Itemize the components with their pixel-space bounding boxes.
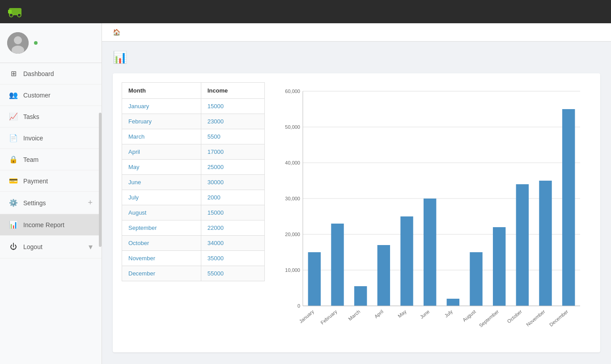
table-header-month: Month (122, 83, 201, 99)
table-row: July 2000 (122, 190, 265, 205)
svg-point-3 (17, 13, 21, 17)
svg-text:0: 0 (297, 303, 300, 309)
sidebar-item-tasks[interactable]: 📈 Tasks (0, 106, 102, 127)
page-header: 📊 (102, 42, 611, 69)
top-header (0, 0, 611, 23)
svg-text:10,000: 10,000 (285, 267, 300, 273)
bar-april (378, 245, 390, 306)
table-cell-month: August (122, 205, 201, 220)
table-cell-month: November (122, 251, 201, 266)
svg-text:60,000: 60,000 (285, 89, 300, 94)
bar-may (400, 216, 413, 306)
report-inner: Month Income January 15000 February 2300… (122, 82, 591, 343)
logout-icon: ⏻ (9, 243, 18, 251)
sidebar-item-label: Tasks (23, 113, 93, 120)
table-cell-income: 23000 (201, 114, 264, 129)
table-cell-income: 2000 (201, 190, 264, 205)
svg-rect-4 (8, 10, 12, 13)
avatar (7, 32, 29, 54)
sidebar-item-income-report[interactable]: 📊 Income Report (0, 214, 102, 236)
settings-plus-icon: + (88, 198, 93, 207)
sidebar-item-logout[interactable]: ⏻ Logout ▾ (0, 236, 102, 258)
breadcrumb: 🏠 (102, 23, 611, 42)
table-cell-month: September (122, 220, 201, 236)
svg-text:October: October (506, 309, 523, 324)
svg-text:November: November (525, 309, 546, 327)
svg-text:June: June (419, 309, 430, 320)
settings-icon: ⚙️ (9, 199, 18, 207)
income-report-icon: 📊 (9, 220, 18, 229)
svg-text:May: May (397, 309, 407, 319)
svg-text:30,000: 30,000 (285, 196, 300, 201)
status-dot (34, 41, 38, 45)
bar-october (516, 184, 529, 306)
table-row: May 25000 (122, 160, 265, 175)
table-cell-month: October (122, 236, 201, 251)
user-info (34, 41, 39, 45)
table-cell-income: 55000 (201, 266, 264, 281)
sidebar: ⊞ Dashboard 👥 Customer 📈 Tasks 📄 Invoice… (0, 23, 102, 364)
svg-text:April: April (373, 309, 385, 319)
sidebar-item-settings[interactable]: ⚙️ Settings + (0, 192, 102, 214)
sidebar-item-label: Customer (23, 92, 93, 99)
sidebar-item-label: Dashboard (23, 70, 93, 77)
page-title: 📊 (113, 51, 600, 64)
table-cell-income: 25000 (201, 160, 264, 175)
table-cell-income: 5500 (201, 129, 264, 144)
breadcrumb-home-icon[interactable]: 🏠 (113, 29, 120, 36)
table-row: February 23000 (122, 114, 265, 129)
page-title-icon: 📊 (113, 51, 127, 64)
sidebar-item-dashboard[interactable]: ⊞ Dashboard (0, 63, 102, 85)
table-cell-income: 15000 (201, 99, 264, 114)
bar-september (493, 227, 505, 306)
sidebar-item-customer[interactable]: 👥 Customer (0, 85, 102, 106)
bar-august (470, 252, 482, 306)
table-row: November 35000 (122, 251, 265, 266)
invoice-icon: 📄 (9, 134, 18, 142)
table-cell-month: December (122, 266, 201, 281)
table-row: June 30000 (122, 175, 265, 190)
table-cell-month: May (122, 160, 201, 175)
sidebar-item-label: Settings (23, 199, 82, 207)
user-status (34, 41, 39, 45)
table-cell-month: July (122, 190, 201, 205)
table-row: September 22000 (122, 220, 265, 236)
sidebar-item-invoice[interactable]: 📄 Invoice (0, 127, 102, 149)
table-cell-income: 22000 (201, 220, 264, 236)
sidebar-scrollbar[interactable] (99, 113, 102, 247)
table-cell-income: 35000 (201, 251, 264, 266)
bar-january (308, 252, 321, 306)
table-cell-income: 30000 (201, 175, 264, 190)
sidebar-item-label: Invoice (23, 135, 93, 142)
sidebar-item-label: Income Report (23, 221, 93, 229)
bar-december (562, 109, 575, 306)
table-cell-income: 15000 (201, 205, 264, 220)
sidebar-item-label: Payment (23, 178, 93, 185)
table-cell-month: January (122, 99, 201, 114)
svg-text:January: January (298, 309, 315, 324)
sidebar-item-team[interactable]: 🔒 Team (0, 149, 102, 170)
chart-area: 010,00020,00030,00040,00050,00060,000Jan… (274, 82, 591, 343)
main-content: 🏠 📊 Month Income (102, 23, 611, 364)
team-icon: 🔒 (9, 155, 18, 164)
table-cell-income: 17000 (201, 144, 264, 160)
svg-text:December: December (548, 309, 569, 327)
table-cell-month: February (122, 114, 201, 129)
tasks-icon: 📈 (9, 112, 18, 121)
sidebar-item-payment[interactable]: 💳 Payment (0, 170, 102, 192)
svg-text:September: September (478, 309, 500, 328)
svg-text:50,000: 50,000 (285, 124, 300, 130)
svg-text:20,000: 20,000 (285, 232, 300, 237)
svg-point-6 (14, 36, 22, 44)
bar-june (424, 199, 436, 306)
table-row: January 15000 (122, 99, 265, 114)
logout-arrow-icon: ▾ (89, 242, 93, 252)
svg-text:March: March (347, 309, 361, 322)
table-row: August 15000 (122, 205, 265, 220)
table-header-income: Income (201, 83, 264, 99)
table-row: December 55000 (122, 266, 265, 281)
bar-february (331, 224, 344, 306)
dashboard-icon: ⊞ (9, 69, 18, 78)
customer-icon: 👥 (9, 91, 18, 99)
table-cell-month: June (122, 175, 201, 190)
